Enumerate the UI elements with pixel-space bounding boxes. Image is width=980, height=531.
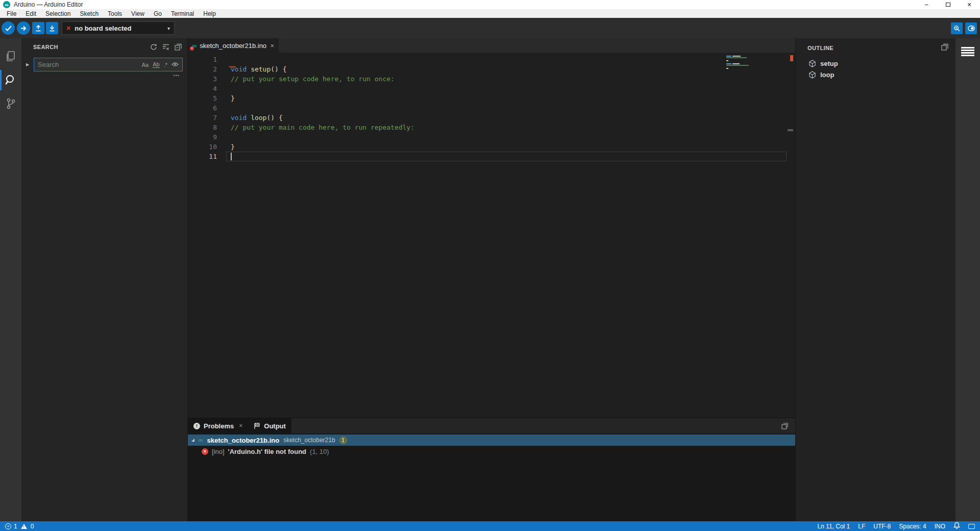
problems-file-row[interactable]: ∞ sketch_october21b.ino sketch_october21…: [188, 435, 795, 446]
tab-problems[interactable]: ! Problems ×: [188, 418, 248, 433]
outline-toggle-button[interactable]: [961, 47, 974, 521]
screen-toggle-icon[interactable]: [968, 524, 975, 529]
match-case-toggle[interactable]: Aa: [142, 62, 149, 68]
language-indicator[interactable]: INO: [935, 523, 945, 530]
code-line-3[interactable]: 3// put your setup code here, to run onc…: [188, 74, 795, 84]
line-number: 10: [188, 142, 217, 152]
whole-word-toggle[interactable]: Ab: [153, 61, 159, 68]
search-box: Aa Ab .*: [34, 58, 183, 71]
status-warning-count[interactable]: 0: [31, 523, 34, 530]
bottom-panel-tab-bar: ! Problems × Output: [188, 418, 795, 433]
search-input[interactable]: [38, 61, 138, 68]
activity-bar: [0, 38, 21, 521]
tab-sketch[interactable]: ∞× sketch_october21b.ino ×: [188, 38, 279, 53]
arduino-file-icon: ∞×: [192, 42, 197, 49]
arduino-file-icon: ∞: [199, 437, 203, 443]
menu-item-go[interactable]: Go: [149, 10, 166, 17]
files-icon: [5, 51, 16, 63]
regex-toggle[interactable]: .*: [164, 62, 167, 68]
outline-item-label: loop: [820, 71, 834, 79]
sidebar-item-search[interactable]: [0, 68, 21, 92]
code-editor[interactable]: 12void setup() {3// put your setup code …: [188, 53, 795, 418]
tab-label: sketch_october21b.ino: [200, 42, 266, 50]
expanded-twistie-icon[interactable]: [191, 439, 194, 442]
indent-indicator[interactable]: Spaces: 4: [899, 523, 926, 530]
status-error-count[interactable]: 1: [14, 523, 17, 530]
menu-item-sketch[interactable]: Sketch: [75, 10, 103, 17]
code-line-7[interactable]: 7void loop() {: [188, 113, 795, 123]
search-panel-actions: [150, 43, 182, 51]
code-line-8[interactable]: 8// put your main code here, to run repe…: [188, 123, 795, 132]
menu-item-terminal[interactable]: Terminal: [166, 10, 199, 17]
sidebar-item-source-control[interactable]: [0, 92, 21, 115]
minimize-button[interactable]: –: [916, 0, 937, 9]
cursor-position[interactable]: Ln 11, Col 1: [817, 523, 850, 530]
menu-item-selection[interactable]: Selection: [41, 10, 75, 17]
eye-icon[interactable]: [172, 62, 179, 68]
collapse-all-icon: [941, 43, 948, 51]
code-line-6[interactable]: 6: [188, 103, 795, 113]
expand-replace-icon[interactable]: ▶: [26, 62, 34, 67]
menu-item-edit[interactable]: Edit: [21, 10, 41, 17]
sidebar-item-explorer[interactable]: [0, 45, 21, 68]
encoding-indicator[interactable]: UTF-8: [873, 523, 891, 530]
import-down-button[interactable]: [46, 22, 58, 34]
tab-output[interactable]: Output: [248, 418, 291, 433]
line-number: 4: [188, 84, 217, 93]
status-error-icon[interactable]: ×: [5, 523, 11, 529]
outline-item-setup[interactable]: setup: [796, 58, 955, 69]
right-arrow-icon: [20, 26, 27, 31]
toggle-search-details[interactable]: •••: [21, 73, 187, 78]
serial-plotter-button[interactable]: [951, 22, 963, 34]
line-number: 5: [188, 93, 217, 103]
up-arrow-icon: [35, 25, 41, 32]
code-line-9[interactable]: 9: [188, 132, 795, 142]
code-text: }: [231, 142, 235, 152]
code-lines: 12void setup() {3// put your setup code …: [188, 55, 795, 161]
toolbar: × no board selected ▾: [0, 18, 980, 38]
clear-search-icon[interactable]: [162, 43, 169, 51]
outline-title: OUTLINE: [807, 45, 834, 51]
problems-error-row[interactable]: × [ino] 'Arduino.h' file not found (1, 1…: [188, 446, 795, 457]
verify-button[interactable]: [2, 21, 15, 35]
menu-item-help[interactable]: Help: [199, 10, 220, 17]
close-button[interactable]: ×: [959, 0, 980, 9]
outline-item-loop[interactable]: loop: [796, 69, 955, 80]
problems-close-icon[interactable]: ×: [239, 422, 242, 429]
code-line-4[interactable]: 4: [188, 84, 795, 93]
output-tab-label: Output: [264, 422, 286, 430]
line-number: 8: [188, 123, 217, 132]
board-selector-label: no board selected: [75, 25, 131, 32]
code-line-2[interactable]: 2void setup() {: [188, 64, 795, 74]
menu-item-view[interactable]: View: [127, 10, 149, 17]
minimap[interactable]: [726, 54, 788, 69]
arduino-logo-icon: ∞: [3, 1, 10, 8]
refresh-icon[interactable]: [150, 43, 157, 51]
board-selector[interactable]: × no board selected ▾: [62, 21, 175, 35]
collapse-all-icon[interactable]: [175, 43, 182, 51]
menu-item-file[interactable]: File: [2, 10, 21, 17]
line-number: 11: [188, 152, 217, 161]
tab-close-icon[interactable]: ×: [270, 42, 274, 50]
maximize-panel-button[interactable]: [781, 418, 795, 433]
outline-item-label: setup: [820, 60, 838, 67]
code-line-1[interactable]: 1: [188, 55, 795, 64]
maximize-button[interactable]: [937, 0, 959, 9]
serial-monitor-button[interactable]: [965, 22, 977, 34]
status-warning-icon[interactable]: [21, 524, 27, 529]
problems-file-name: sketch_october21b.ino: [207, 437, 280, 444]
outline-items: setuploop: [796, 58, 955, 80]
upload-button[interactable]: [17, 21, 30, 35]
outline-panel: OUTLINE setuploop: [795, 38, 955, 521]
notifications-button[interactable]: [953, 522, 960, 530]
code-line-10[interactable]: 10}: [188, 142, 795, 152]
window-title: Arduino — Arduino Editor: [14, 1, 83, 8]
outline-collapse-button[interactable]: [941, 43, 948, 53]
export-up-button[interactable]: [32, 22, 44, 34]
error-badge-icon: ×: [190, 46, 194, 51]
code-line-5[interactable]: 5}: [188, 93, 795, 103]
eol-indicator[interactable]: LF: [858, 523, 865, 530]
problems-tab-label: Problems: [204, 422, 234, 430]
menu-item-tools[interactable]: Tools: [103, 10, 127, 17]
down-arrow-icon: [49, 25, 55, 32]
